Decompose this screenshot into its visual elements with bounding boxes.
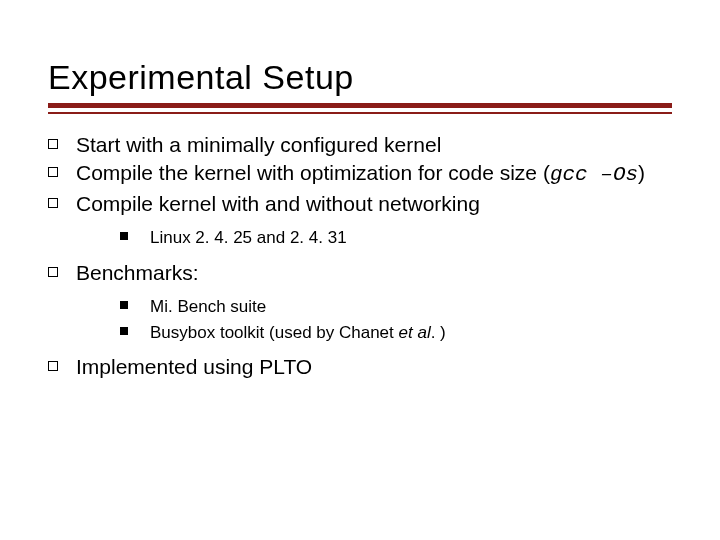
- filled-square-bullet-icon: [120, 327, 128, 335]
- list-item: Implemented using PLTO: [48, 354, 672, 381]
- sub-bullet-text: Linux 2. 4. 25 and 2. 4. 31: [150, 226, 347, 250]
- filled-square-bullet-icon: [120, 301, 128, 309]
- bullet-list: Benchmarks:: [48, 260, 672, 287]
- text-fragment: . ): [431, 323, 446, 342]
- bullet-text: Start with a minimally configured kernel: [76, 132, 441, 159]
- text-fragment: Compile the kernel with optimization for…: [76, 161, 550, 184]
- list-item: Compile kernel with and without networki…: [48, 191, 672, 218]
- sub-bullet-text: Busybox toolkit (used by Chanet et al. ): [150, 321, 446, 345]
- sub-bullet-list: Linux 2. 4. 25 and 2. 4. 31: [120, 226, 672, 250]
- square-bullet-icon: [48, 139, 58, 149]
- square-bullet-icon: [48, 361, 58, 371]
- square-bullet-icon: [48, 167, 58, 177]
- bullet-text: Benchmarks:: [76, 260, 199, 287]
- bullet-text: Compile kernel with and without networki…: [76, 191, 480, 218]
- square-bullet-icon: [48, 198, 58, 208]
- square-bullet-icon: [48, 267, 58, 277]
- sub-bullet-text: Mi. Bench suite: [150, 295, 266, 319]
- list-item: Mi. Bench suite: [120, 295, 672, 319]
- italic-fragment: et al: [399, 323, 431, 342]
- bullet-list: Implemented using PLTO: [48, 354, 672, 381]
- text-fragment: Busybox toolkit (used by Chanet: [150, 323, 399, 342]
- list-item: Benchmarks:: [48, 260, 672, 287]
- list-item: Compile the kernel with optimization for…: [48, 160, 672, 189]
- list-item: Linux 2. 4. 25 and 2. 4. 31: [120, 226, 672, 250]
- rule-thick: [48, 103, 672, 108]
- list-item: Start with a minimally configured kernel: [48, 132, 672, 159]
- filled-square-bullet-icon: [120, 232, 128, 240]
- bullet-text: Implemented using PLTO: [76, 354, 312, 381]
- text-fragment: ): [638, 161, 645, 184]
- bullet-list: Start with a minimally configured kernel…: [48, 132, 672, 219]
- rule-thin: [48, 112, 672, 114]
- sub-bullet-list: Mi. Bench suite Busybox toolkit (used by…: [120, 295, 672, 345]
- bullet-text: Compile the kernel with optimization for…: [76, 160, 645, 189]
- list-item: Busybox toolkit (used by Chanet et al. ): [120, 321, 672, 345]
- code-fragment: gcc –Os: [550, 163, 638, 186]
- slide-title: Experimental Setup: [48, 58, 672, 97]
- title-underline: [48, 103, 672, 114]
